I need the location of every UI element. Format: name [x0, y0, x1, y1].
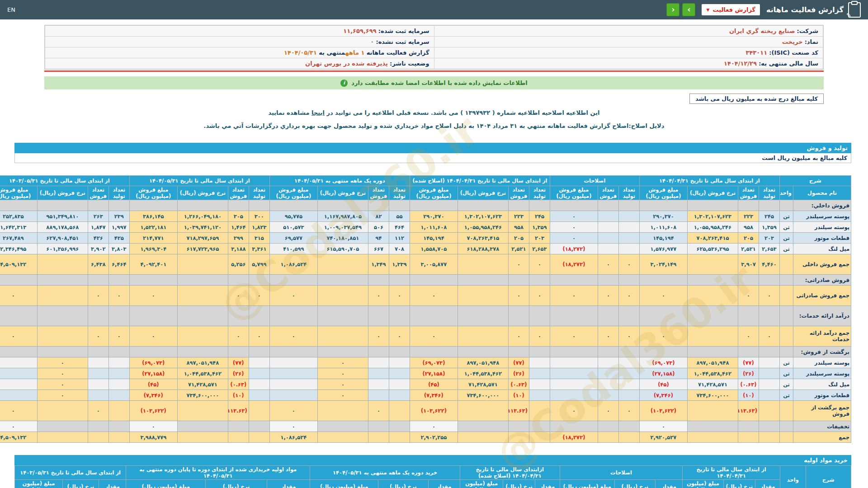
row-name: فروش داخلي:: [793, 200, 851, 211]
value-cell: [458, 275, 508, 286]
value-cell: [550, 200, 598, 211]
table-row: میل لنگتن۲,۶۵۳۲,۵۲۱۶۲۵,۵۳۶,۲۹۵۱,۵۷۶,۹۷۷(…: [0, 244, 851, 254]
value-cell: [598, 200, 618, 211]
value-cell: (۲۷,۱۵۸): [129, 368, 177, 379]
value-cell: ۰: [37, 379, 88, 390]
value-cell: [368, 200, 389, 211]
value-cell: [108, 357, 129, 368]
value-cell: [687, 421, 738, 432]
value-cell: [368, 379, 389, 390]
value-cell: ۹۵۱,۳۴۹,۸۱۰: [37, 211, 88, 222]
value-cell: ۷۳۴,۶۰۰,۰۰۰: [687, 390, 738, 401]
amounts-unit-note: کلیه مبالغ درج شده به میلیون ریال می باش…: [689, 94, 824, 104]
report-type-dropdown[interactable]: گزارش فعالیت ▼: [702, 4, 760, 15]
info-row-isic: کد صنعت (ISIC): ۳۴۳۰۱۱ گزارش فعالیت ماها…: [45, 47, 823, 58]
value-cell: (۱۰): [508, 390, 529, 401]
company-value: صنایع ریخته گري ایران: [729, 28, 795, 34]
value-cell: [88, 390, 108, 401]
value-cell: ۱,۰۱۱,۶۰۸: [639, 222, 687, 233]
value-cell: [639, 306, 687, 326]
value-cell: [88, 368, 108, 379]
value-cell: [618, 390, 639, 401]
row-unit: تن: [779, 357, 793, 368]
value-cell: [738, 275, 759, 286]
row-name: پوسته سرسیلندر: [793, 368, 851, 379]
value-cell: ۲۲۳: [508, 211, 529, 222]
value-cell: [88, 200, 108, 211]
value-cell: ۱,۰۱۱,۶۰۸: [410, 222, 458, 233]
value-cell: [269, 368, 317, 379]
value-cell: ۲۵۲,۸۳۵: [0, 211, 37, 222]
value-cell: ۱,۰۵۵,۹۵۸,۲۴۶: [687, 222, 738, 233]
value-cell: ۰: [269, 401, 317, 421]
value-cell: [177, 421, 228, 432]
value-cell: [129, 347, 177, 357]
column-group-header: شرح: [779, 176, 851, 186]
issuer-status-label: وضعیت ناشر:: [390, 60, 429, 67]
value-cell: [618, 211, 639, 222]
column-header: تعداد تولید: [249, 186, 269, 200]
value-cell: [738, 421, 759, 432]
value-cell: ۲,۶۵۳: [529, 244, 550, 254]
column-header: مبلغ فروش (میلیون ریال): [129, 186, 177, 200]
value-cell: [687, 286, 738, 306]
value-cell: ۰: [598, 401, 618, 421]
row-unit: [779, 401, 793, 421]
previous-version-link[interactable]: اینجا: [311, 109, 325, 116]
value-cell: [37, 347, 88, 357]
value-cell: [458, 200, 508, 211]
value-cell: (۱۰۳,۶۲۲): [129, 401, 177, 421]
value-cell: [88, 421, 108, 432]
value-cell: [0, 200, 37, 211]
column-header: نرخ (ریال): [723, 480, 755, 488]
value-cell: [249, 432, 269, 443]
value-cell: ۰: [618, 286, 639, 306]
value-cell: (۱۸,۲۷۲): [550, 244, 598, 254]
value-cell: ۴,۴۶۰: [759, 254, 779, 275]
section-row: درآمد ارائه خدمات:: [0, 306, 851, 326]
value-cell: (۱۰۳,۶۲۲): [639, 401, 687, 421]
value-cell: ۰: [317, 379, 368, 390]
value-cell: [759, 432, 779, 443]
row-name: میل لنگ: [793, 379, 851, 390]
value-cell: ۰: [0, 401, 37, 421]
value-cell: (۷۷): [228, 357, 249, 368]
row-name: جمع فروش صادراتی: [793, 286, 851, 306]
value-cell: ۲۲۳: [738, 211, 759, 222]
value-cell: ۰: [249, 326, 269, 347]
column-header: تعداد فروش: [88, 186, 108, 200]
previous-report-button[interactable]: ‹: [666, 3, 679, 16]
value-cell: (۰.۶۳): [508, 379, 529, 390]
column-group-header: دوره یک ماهه منتهی به ۱۴۰۴/۰۵/۳۱: [269, 176, 410, 186]
value-cell: [0, 357, 37, 368]
value-cell: ۲۳۹: [108, 211, 129, 222]
value-cell: [249, 421, 269, 432]
value-cell: [368, 306, 389, 326]
value-cell: [458, 326, 508, 347]
value-cell: ۱,۰۵۵,۹۵۸,۲۴۶: [458, 222, 508, 233]
value-cell: [759, 357, 779, 368]
next-report-button[interactable]: ›: [682, 3, 695, 16]
value-cell: (۰.۶۳): [228, 379, 249, 390]
value-cell: [550, 357, 598, 368]
symbol-label: نماد:: [805, 38, 818, 45]
value-cell: [639, 347, 687, 357]
registered-capital-label: سرمایه ثبت شده:: [378, 28, 429, 34]
value-cell: [317, 306, 368, 326]
value-cell: (۲۶): [508, 368, 529, 379]
row-unit: تن: [779, 244, 793, 254]
value-cell: ۳,۱۸۸: [228, 244, 249, 254]
row-name: جمع برگشت از فروش: [793, 401, 851, 421]
value-cell: [108, 390, 129, 401]
value-cell: [37, 275, 88, 286]
row-unit: تن: [779, 211, 793, 222]
value-cell: ۳,۹۸۸,۷۷۹: [129, 432, 177, 443]
value-cell: ۳,۰۲۴,۱۴۹: [639, 254, 687, 275]
value-cell: [529, 200, 550, 211]
value-cell: ۱,۵۲۲,۱۸۱: [129, 222, 177, 233]
value-cell: [368, 368, 389, 379]
value-cell: [108, 347, 129, 357]
value-cell: ۰: [317, 368, 368, 379]
language-switch-en[interactable]: EN: [7, 6, 15, 13]
value-cell: ۱۱۲: [389, 233, 410, 244]
